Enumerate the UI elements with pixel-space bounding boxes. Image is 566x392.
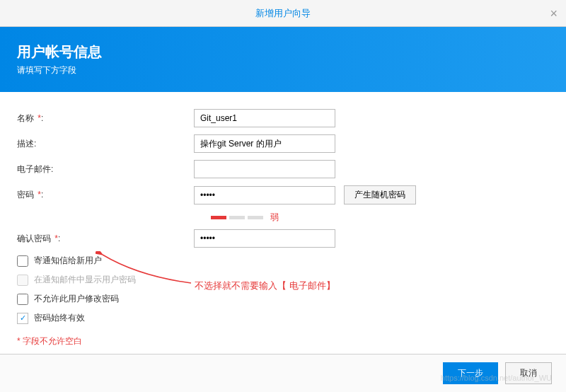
strength-text: 弱 — [270, 212, 279, 224]
close-icon[interactable]: × — [550, 6, 558, 21]
dialog-title: 新增用户向导 — [255, 7, 311, 20]
notify-label: 寄通知信给新用户 — [34, 255, 102, 267]
banner: 用户帐号信息 请填写下方字段 — [0, 27, 566, 92]
confirm-password-label: 确认密码 *: — [17, 233, 194, 245]
cancel-button[interactable]: 取消 — [505, 362, 552, 384]
email-label: 电子邮件: — [17, 163, 194, 175]
form-row-email: 电子邮件: — [17, 160, 549, 178]
checkbox-pwd-valid[interactable]: ✓ 密码始终有效 — [17, 312, 549, 324]
form-row-name: 名称 *: — [17, 109, 549, 127]
form-row-password: 密码 *: 产生随机密码 — [17, 185, 549, 204]
form-area: 名称 *: 描述: 电子邮件: 密码 *: 产生随机密码 弱 确认密码 *: 寄… — [0, 92, 566, 347]
generate-password-button[interactable]: 产生随机密码 — [344, 185, 416, 204]
blank-note: * 字段不允许空白 — [17, 335, 549, 347]
checkbox-disallow-change[interactable]: 不允许此用户修改密码 — [17, 293, 549, 305]
footer: 下一步 取消 — [0, 354, 566, 392]
confirm-password-input[interactable] — [194, 229, 335, 248]
email-input[interactable] — [194, 160, 335, 178]
form-row-desc: 描述: — [17, 134, 549, 153]
next-button[interactable]: 下一步 — [443, 362, 498, 384]
checkmark-icon[interactable]: ✓ — [17, 313, 28, 324]
pwd-valid-label: 密码始终有效 — [34, 312, 85, 324]
name-label: 名称 *: — [17, 113, 194, 125]
annotation-text: 不选择就不需要输入【 电子邮件】 — [195, 279, 335, 292]
desc-input[interactable] — [194, 134, 335, 153]
disallow-change-checkbox[interactable] — [17, 294, 28, 305]
name-input[interactable] — [194, 109, 335, 127]
strength-bar-3 — [248, 216, 263, 219]
checkbox-notify[interactable]: 寄通知信给新用户 — [17, 255, 549, 267]
strength-bar-1 — [211, 216, 226, 219]
password-input[interactable] — [194, 186, 335, 204]
password-strength: 弱 — [211, 212, 549, 224]
show-pwd-label: 在通知邮件中显示用户密码 — [34, 274, 136, 286]
strength-bars — [211, 216, 263, 219]
notify-checkbox[interactable] — [17, 255, 28, 267]
dialog-header: 新增用户向导 × — [0, 0, 566, 27]
show-pwd-checkbox — [17, 275, 28, 286]
form-row-confirm: 确认密码 *: — [17, 229, 549, 248]
disallow-change-label: 不允许此用户修改密码 — [34, 293, 119, 305]
password-label: 密码 *: — [17, 189, 194, 201]
banner-title: 用户帐号信息 — [17, 42, 549, 62]
desc-label: 描述: — [17, 138, 194, 150]
strength-bar-2 — [229, 216, 245, 219]
banner-subtitle: 请填写下方字段 — [17, 64, 549, 76]
